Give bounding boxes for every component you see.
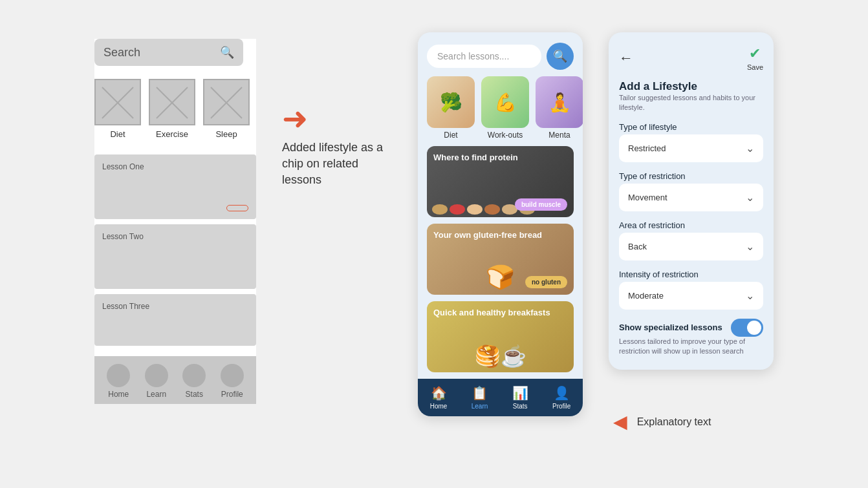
chevron-down-icon: ⌄ [746, 142, 754, 154]
search-icon: 🔍 [220, 45, 234, 59]
app-lesson-protein[interactable]: Where to find protein build muscle [427, 146, 574, 217]
dropdown-lifestyle-value: Restricted [628, 143, 666, 153]
bowl1 [432, 204, 448, 215]
dropdown-lifestyle[interactable]: Restricted ⌄ [619, 134, 763, 162]
app-nav-learn[interactable]: 📋 Learn [472, 385, 488, 410]
toggle-label: Show specialized lessons [619, 323, 722, 332]
right-arrow-icon: ➜ [282, 103, 308, 134]
settings-field-area: Area of restriction Back ⌄ [619, 220, 763, 260]
wireframe-cat-sleep[interactable]: Sleep [203, 79, 250, 139]
settings-title-block: Add a Lifestyle Tailor suggested lessons… [619, 80, 763, 113]
explanatory-arrow-icon: ◄ [609, 408, 632, 436]
settings-field-intensity: Intensity of restriction Moderate ⌄ [619, 270, 763, 310]
save-label: Save [747, 63, 763, 71]
app-lesson-protein-chip: build muscle [515, 198, 567, 211]
app-lesson-bread[interactable]: Your own gluten-free bread 🍞 no gluten [427, 224, 574, 295]
main-container: Search 🔍 Diet Exercise [0, 0, 868, 488]
wireframe-lesson-two[interactable]: Lesson Two [94, 224, 256, 289]
field-area-label: Area of restriction [619, 220, 763, 230]
app-bottom-nav: 🏠 Home 📋 Learn 📊 Stats 👤 Profile [418, 379, 583, 416]
app-cat-workouts-label: Work-outs [488, 131, 523, 140]
learn-icon [145, 364, 168, 387]
wireframe-nav-learn-label: Learn [146, 390, 166, 399]
bowl4 [484, 204, 500, 215]
arrow-description: Added lifestyle as a chip on related les… [282, 140, 392, 189]
app-cat-mental-img: 🧘 [536, 76, 583, 128]
wireframe-nav-learn[interactable]: Learn [145, 364, 168, 399]
app-cat-diet[interactable]: 🥦 Diet [427, 76, 475, 140]
workouts-decoration: 💪 [481, 76, 529, 128]
explanatory-text: Explanatory text [637, 416, 711, 428]
settings-section: ← ✔ Save Add a Lifestyle Tailor suggeste… [609, 26, 774, 436]
app-lesson-breakfast[interactable]: Quick and healthy breakfasts 🥞☕ [427, 301, 574, 372]
app-lessons-scroll: Where to find protein build muscle Your … [418, 146, 583, 379]
app-stats-icon: 📊 [512, 385, 528, 401]
diet-decoration: 🥦 [427, 76, 475, 128]
app-cat-workouts[interactable]: 💪 Work-outs [481, 76, 529, 140]
dropdown-restriction-type[interactable]: Movement ⌄ [619, 184, 763, 211]
wireframe-categories: Diet Exercise Sleep [94, 79, 256, 139]
wireframe-cat-diet-label: Diet [110, 129, 125, 139]
wireframe-lesson-three-title: Lesson Three [102, 302, 248, 311]
wireframe-nav-stats[interactable]: Stats [182, 364, 206, 399]
field-lifestyle-label: Type of lifestyle [619, 122, 763, 132]
dropdown-area-value: Back [628, 242, 647, 251]
app-cat-mental[interactable]: 🧘 Menta [536, 76, 583, 140]
dropdown-intensity[interactable]: Moderate ⌄ [619, 282, 763, 310]
wireframe-cat-exercise-img [149, 79, 195, 125]
app-lesson-bread-chip: no gluten [525, 276, 567, 288]
app-search-bar: Search lessons.... 🔍 [418, 32, 583, 76]
wireframe-lesson-one[interactable]: Lesson One [94, 154, 256, 219]
bowl2 [450, 204, 465, 215]
wireframe-cat-diet[interactable]: Diet [94, 79, 141, 139]
app-search-button[interactable]: 🔍 [547, 43, 574, 70]
wireframe-lesson-one-title: Lesson One [102, 162, 248, 171]
wireframe-lesson-chip [226, 205, 248, 211]
app-nav-home[interactable]: 🏠 Home [430, 385, 448, 410]
toggle-row: Show specialized lessons [619, 319, 763, 337]
dropdown-area[interactable]: Back ⌄ [619, 233, 763, 260]
wireframe-cat-exercise-label: Exercise [156, 129, 188, 139]
save-button[interactable]: ✔ Save [747, 45, 763, 71]
wireframe-nav-profile-label: Profile [221, 390, 243, 399]
app-search-input[interactable]: Search lessons.... [427, 45, 541, 68]
app-phone: Search lessons.... 🔍 🥦 Diet 💪 Work-outs [418, 32, 583, 416]
wireframe-cat-exercise[interactable]: Exercise [149, 79, 195, 139]
back-button[interactable]: ← [619, 50, 633, 67]
app-cat-diet-img: 🥦 [427, 76, 475, 128]
settings-title: Add a Lifestyle [619, 80, 763, 93]
toggle-switch[interactable] [731, 319, 763, 337]
breakfast-visual: 🥞☕ [427, 344, 574, 372]
settings-header: ← ✔ Save [619, 45, 763, 71]
toggle-description: Lessons tailored to improve your type of… [619, 337, 763, 357]
app-cat-diet-label: Diet [444, 131, 457, 140]
wireframe-lesson-two-title: Lesson Two [102, 232, 248, 241]
app-nav-profile[interactable]: 👤 Profile [552, 385, 570, 410]
wireframe-lesson-three[interactable]: Lesson Three [94, 294, 256, 346]
chevron-down-icon-4: ⌄ [746, 290, 754, 302]
wireframe-cat-diet-img [94, 79, 141, 125]
mental-decoration: 🧘 [536, 76, 583, 128]
wireframe-nav-stats-label: Stats [186, 390, 203, 399]
app-nav-home-label: Home [430, 403, 448, 410]
explanatory-section: ◄ Explanatory text [609, 408, 711, 436]
save-check-icon: ✔ [749, 45, 761, 62]
app-nav-stats[interactable]: 📊 Stats [512, 385, 528, 410]
bowl3 [467, 204, 483, 215]
home-icon [107, 364, 130, 387]
wireframe-bottom-nav: Home Learn Stats Profile [94, 356, 256, 404]
settings-phone: ← ✔ Save Add a Lifestyle Tailor suggeste… [609, 32, 774, 370]
app-cat-mental-label: Menta [548, 131, 570, 140]
app-search-icon: 🔍 [553, 49, 567, 63]
wireframe-nav-profile[interactable]: Profile [221, 364, 244, 399]
toggle-knob [747, 321, 761, 335]
app-cat-workouts-img: 💪 [481, 76, 529, 128]
app-learn-icon: 📋 [472, 385, 488, 401]
app-home-icon: 🏠 [431, 385, 447, 401]
app-nav-learn-label: Learn [472, 403, 488, 410]
app-nav-profile-label: Profile [552, 403, 570, 410]
app-profile-icon: 👤 [554, 385, 570, 401]
wireframe-search-bar[interactable]: Search 🔍 [94, 39, 243, 66]
wireframe-nav-home[interactable]: Home [107, 364, 130, 399]
wireframe-cat-sleep-img [203, 79, 250, 125]
